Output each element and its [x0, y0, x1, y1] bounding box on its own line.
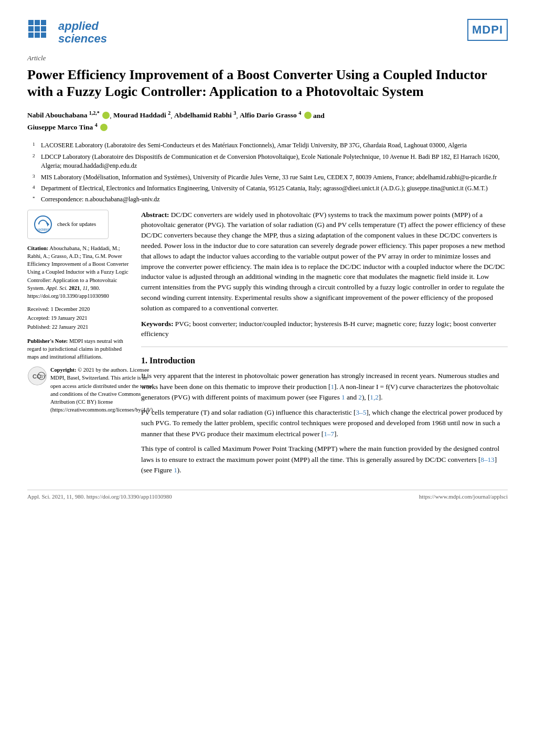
accepted-label: Accepted: 19 January 2021 [27, 315, 88, 321]
footer-right: https://www.mdpi.com/journal/applsci [419, 493, 508, 501]
svg-rect-4 [35, 26, 40, 31]
affiliations: 1 LACOSERE Laboratory (Laboratoire des S… [27, 141, 508, 204]
mdpi-logo: MDPI [467, 19, 508, 41]
check-for-updates-label: check for updates [57, 220, 96, 228]
ref-1[interactable]: 1 [330, 383, 334, 391]
section-1-title: 1. Introduction [141, 354, 508, 366]
svg-rect-3 [28, 26, 34, 31]
ref-1-7[interactable]: 1–7 [324, 430, 334, 438]
journal-name: applied sciences [58, 20, 107, 45]
check-updates-icon: updates [33, 214, 53, 234]
svg-text:BY: BY [40, 374, 46, 379]
svg-rect-0 [28, 20, 34, 25]
fig-2-link[interactable]: 2 [358, 393, 362, 401]
fig-1-link-2[interactable]: 1 [174, 466, 177, 474]
ref-1-2[interactable]: 1,2 [370, 393, 378, 401]
svg-rect-1 [35, 20, 40, 25]
page: applied sciences MDPI Article Power Effi… [0, 0, 535, 756]
svg-rect-7 [35, 33, 40, 38]
published-label: Published: 22 January 2021 [27, 324, 88, 330]
left-column: updates check for updates Citation: Abou… [27, 210, 130, 480]
right-column: Abstract: DC/DC converters are widely us… [141, 210, 508, 480]
article-title: Power Efficiency Improvement of a Boost … [27, 67, 508, 101]
keywords-label: Keywords: [141, 320, 174, 328]
svg-text:updates: updates [37, 228, 50, 232]
affiliation-4: 4 Department of Electrical, Electronics … [33, 184, 508, 193]
received-label: Received: 1 December 2020 [27, 306, 90, 312]
dates-block: Received: 1 December 2020 Accepted: 19 J… [27, 305, 130, 331]
affiliation-2: 2 LDCCP Laboratory (Laboratoire des Disp… [33, 153, 508, 171]
svg-rect-5 [41, 26, 46, 31]
ref-8-13[interactable]: 8–13 [480, 456, 494, 463]
fig-1-link[interactable]: 1 [341, 393, 345, 401]
abstract-block: Abstract: DC/DC converters are widely us… [141, 210, 508, 314]
authors: Nabil Abouchabana 1,2,* , Mourad Haddadi… [27, 109, 508, 133]
section-divider [141, 347, 508, 347]
affiliation-correspondence: * Correspondence: n.abouchabana@lagh-uni… [33, 195, 508, 204]
abstract-label: Abstract: [141, 211, 169, 219]
svg-rect-8 [41, 33, 46, 38]
affiliation-3: 3 MIS Laboratory (Modélisation, Informat… [33, 173, 508, 182]
section-1-label: Introduction [149, 356, 195, 365]
footer-left: Appl. Sci. 2021, 11, 980. https://doi.or… [27, 493, 172, 501]
ref-3-5[interactable]: 3–5 [356, 408, 367, 416]
section-1-num: 1. [141, 356, 149, 365]
two-col-layout: updates check for updates Citation: Abou… [27, 210, 508, 480]
svg-marker-10 [47, 222, 49, 226]
header: applied sciences MDPI [27, 19, 508, 46]
svg-rect-6 [28, 33, 34, 38]
keywords-text: PVG; boost converter; inductor/coupled i… [141, 320, 496, 338]
journal-logo: applied sciences [27, 19, 107, 46]
publisher-note-label: Publisher's Note: [27, 338, 68, 344]
citation-label: Citation: [27, 245, 48, 251]
cc-license-icon: CC BY [27, 366, 47, 386]
abstract-text: DC/DC converters are widely used in phot… [141, 211, 506, 312]
citation-text: Abouchabana, N.; Haddadi, M.; Rabhi, A.;… [27, 245, 129, 299]
page-footer: Appl. Sci. 2021, 11, 980. https://doi.or… [27, 490, 508, 501]
check-for-updates-box: updates check for updates [27, 210, 109, 239]
orcid-icon-3 [100, 124, 108, 131]
copyright-text: Copyright: © 2021 by the authors. Licens… [50, 366, 154, 414]
article-type: Article [27, 53, 508, 63]
orcid-icon-2 [304, 112, 312, 119]
keywords-block: Keywords: PVG; boost converter; inductor… [141, 319, 508, 340]
affiliation-1: 1 LACOSERE Laboratory (Laboratoire des S… [33, 141, 508, 150]
updates-badge-icon: updates [34, 215, 52, 234]
svg-rect-2 [41, 20, 46, 25]
intro-paragraph-3: This type of control is called Maximum P… [141, 444, 508, 476]
intro-paragraph-1: It is very apparent that the interest in… [141, 371, 508, 403]
cc-license-block: CC BY Copyright: © 2021 by the authors. … [27, 366, 130, 414]
orcid-icon-1 [102, 112, 110, 119]
intro-paragraph-2: PV cells temperature (T) and solar radia… [141, 407, 508, 439]
citation-block: Citation: Abouchabana, N.; Haddadi, M.; … [27, 244, 130, 300]
publisher-note: Publisher's Note: MDPI stays neutral wit… [27, 337, 130, 361]
journal-logo-icon [27, 19, 55, 46]
